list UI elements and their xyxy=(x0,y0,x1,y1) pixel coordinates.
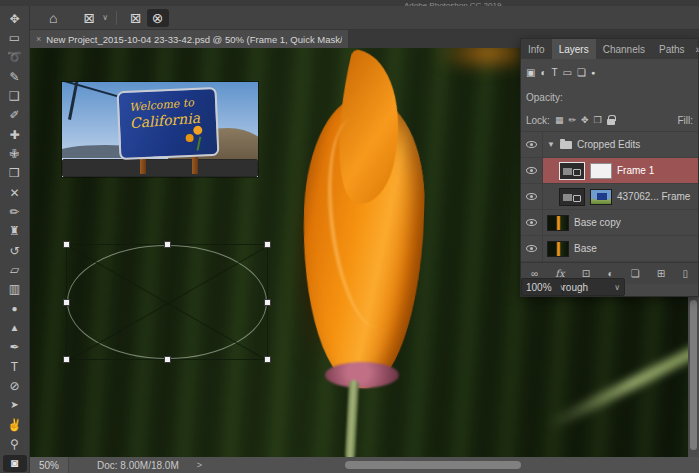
lock-pixels-icon[interactable]: ✏ xyxy=(568,115,576,125)
layer-filter-row: Kind ∨ ▣ ◐ T ▭ ❏ ● xyxy=(521,59,698,85)
eraser-tool[interactable]: ▱ xyxy=(3,261,27,278)
handle-top-left[interactable] xyxy=(63,241,70,248)
quick-mask-button[interactable]: ◙ xyxy=(3,455,27,472)
home-icon[interactable]: ⌂ xyxy=(44,9,62,27)
visibility-toggle[interactable] xyxy=(521,210,543,235)
layer-row-437062-frame[interactable]: 437062... Frame xyxy=(521,184,698,210)
frame-tool-preset-icon: ⊠ xyxy=(78,9,100,27)
tab-info[interactable]: Info xyxy=(521,39,552,59)
layer-row-base[interactable]: Base xyxy=(521,236,698,262)
eye-icon xyxy=(526,167,537,174)
blur-tool[interactable]: ● xyxy=(3,300,27,317)
frame-content-thumbnail[interactable] xyxy=(590,163,612,179)
lock-all-icon[interactable] xyxy=(607,119,615,125)
healing-brush-tool[interactable]: ✙ xyxy=(3,145,27,162)
pen-tool[interactable]: ✒ xyxy=(3,339,27,356)
placed-image-welcome-sign[interactable]: Welcome to California xyxy=(62,82,258,177)
layer-name: Base xyxy=(574,243,597,254)
tools-toolbar: ✥ ▭ ➰ ✎ ❑ ✐ ✚ ✙ ❒ ✕ ✏ ♜ ↺ ▱ ▥ ● ▲ ✒ T ⊘ … xyxy=(0,6,30,473)
blend-mode-row: Pass Through ∨ Opacity: 100% ∨ xyxy=(521,85,698,109)
delete-layer-icon[interactable]: ▯ xyxy=(682,268,688,279)
image-thumbnail[interactable] xyxy=(547,241,569,257)
frame-layer-thumbnail[interactable] xyxy=(559,188,585,206)
pixel-layer-filter-icon[interactable]: ▣ xyxy=(526,67,535,78)
panel-collapse-icon[interactable]: » xyxy=(692,44,699,55)
slice-tool[interactable]: ✕ xyxy=(3,184,27,201)
close-tab-icon[interactable]: × xyxy=(36,34,41,44)
hand-tool[interactable]: ✌ xyxy=(3,416,27,433)
layer-row-group[interactable]: ▼ Cropped Edits xyxy=(521,132,698,158)
lasso-tool[interactable]: ➰ xyxy=(3,49,27,66)
type-tool[interactable]: T xyxy=(3,358,27,375)
document-tab[interactable]: × New Project_2015-10-04 23-33-42.psd @ … xyxy=(30,30,348,48)
rectangular-frame-button[interactable]: ⊠ xyxy=(125,9,147,27)
layers-panel: Info Layers Channels Paths » ≡ Kind ∨ ▣ … xyxy=(520,38,699,297)
adjustment-layer-filter-icon[interactable]: ◐ xyxy=(540,67,546,78)
handle-middle-right[interactable] xyxy=(264,299,271,306)
tab-channels[interactable]: Channels xyxy=(596,39,652,59)
lock-position-icon[interactable]: ✥ xyxy=(581,115,589,125)
layer-name: 437062... Frame xyxy=(617,191,690,202)
vertical-scrollbar-thumb[interactable] xyxy=(690,300,697,450)
eyedropper-tool[interactable]: ✐ xyxy=(3,107,27,124)
handle-bottom-center[interactable] xyxy=(164,356,171,363)
shape-layer-filter-icon[interactable]: ▭ xyxy=(563,67,572,78)
sign-poppy-stem xyxy=(197,137,202,151)
visibility-toggle[interactable] xyxy=(521,236,543,261)
lock-transparency-icon[interactable]: ▦ xyxy=(555,115,564,125)
sharpen-tool[interactable]: ▲ xyxy=(3,320,27,337)
handle-top-center[interactable] xyxy=(164,241,171,248)
layer-row-base-copy[interactable]: Base copy xyxy=(521,210,698,236)
vertical-scrollbar[interactable] xyxy=(688,297,699,457)
document-size-status: Doc: 8.00M/18.0M xyxy=(97,460,179,471)
move-tool[interactable]: ✥ xyxy=(3,10,27,27)
lock-label: Lock: xyxy=(526,115,550,126)
shape-tool[interactable]: ⊘ xyxy=(3,378,27,395)
history-brush-tool[interactable]: ↺ xyxy=(3,242,27,259)
spot-healing-tool[interactable]: ✚ xyxy=(3,126,27,143)
smart-object-filter-icon[interactable]: ❏ xyxy=(577,67,586,78)
brush-tool[interactable]: ✏ xyxy=(3,203,27,220)
zoom-level-value: 50% xyxy=(39,460,59,471)
elliptical-frame-button[interactable]: ⊗ xyxy=(147,9,169,27)
object-selection-tool[interactable]: ✎ xyxy=(3,68,27,85)
frame-tool[interactable]: ❒ xyxy=(3,165,27,182)
zoom-tool[interactable]: ⚲ xyxy=(3,436,27,453)
path-selection-tool[interactable]: ➤ xyxy=(3,397,27,414)
group-expand-icon[interactable]: ▼ xyxy=(547,140,555,149)
tab-paths[interactable]: Paths xyxy=(652,39,692,59)
zoom-level-field[interactable]: 50% xyxy=(30,457,69,473)
status-chevron-icon[interactable]: > xyxy=(197,460,202,470)
type-layer-filter-icon[interactable]: T xyxy=(552,67,558,78)
layer-name: Base copy xyxy=(574,217,621,228)
tool-preset-button[interactable]: ⊠ ∨ xyxy=(78,9,108,27)
handle-bottom-right[interactable] xyxy=(264,356,271,363)
layer-row-frame1[interactable]: Frame 1 xyxy=(521,158,698,184)
gradient-tool[interactable]: ▥ xyxy=(3,281,27,298)
visibility-toggle[interactable] xyxy=(521,184,543,209)
layer-name: Frame 1 xyxy=(617,165,654,176)
crop-tool[interactable]: ❑ xyxy=(3,87,27,104)
handle-bottom-left[interactable] xyxy=(63,356,70,363)
visibility-toggle[interactable] xyxy=(521,158,543,183)
image-thumbnail[interactable] xyxy=(590,189,612,205)
eye-icon xyxy=(526,141,537,148)
frame-layer-thumbnail[interactable] xyxy=(559,162,585,180)
image-thumbnail[interactable] xyxy=(547,215,569,231)
new-layer-icon[interactable]: ⊞ xyxy=(657,268,665,279)
handle-middle-left[interactable] xyxy=(63,299,70,306)
clone-stamp-tool[interactable]: ♜ xyxy=(3,223,27,240)
elliptical-frame-placeholder[interactable] xyxy=(66,244,268,360)
new-group-icon[interactable]: ❏ xyxy=(631,268,640,279)
horizontal-scrollbar-thumb[interactable] xyxy=(345,461,521,469)
visibility-toggle[interactable] xyxy=(521,132,543,157)
marquee-tool[interactable]: ▭ xyxy=(3,29,27,46)
fill-dropdown[interactable]: 100% ∨ xyxy=(521,278,563,296)
options-bar: ⌂ ⊠ ∨ ⊠ ⊗ xyxy=(30,6,699,30)
handle-top-right[interactable] xyxy=(264,241,271,248)
tab-layers[interactable]: Layers xyxy=(552,39,596,59)
filter-pin-icon[interactable]: ● xyxy=(591,69,595,76)
document-title: New Project_2015-10-04 23-33-42.psd @ 50… xyxy=(46,34,342,45)
lock-artboard-icon[interactable]: ❒ xyxy=(594,115,602,125)
chevron-down-icon: ∨ xyxy=(102,13,108,22)
